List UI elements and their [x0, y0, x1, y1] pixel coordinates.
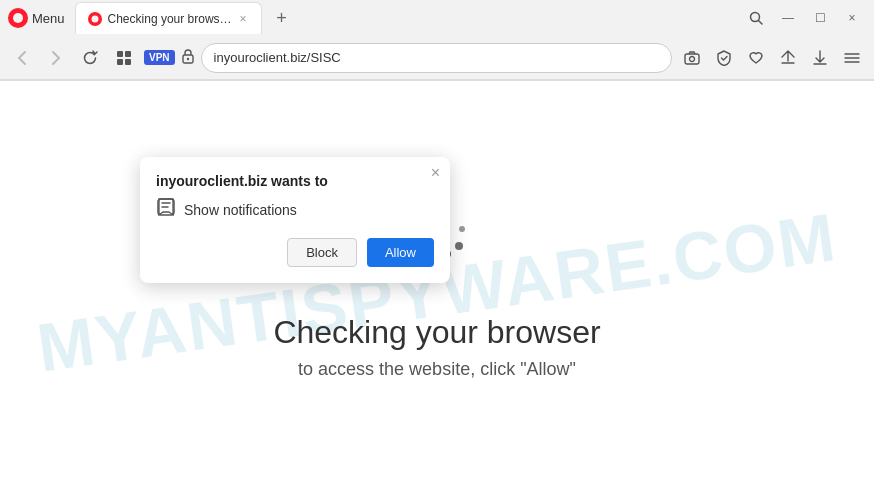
search-button[interactable] — [742, 4, 770, 32]
page-title: Checking your browser — [273, 314, 600, 351]
share-icon[interactable] — [774, 44, 802, 72]
reload-button[interactable] — [76, 44, 104, 72]
block-button[interactable]: Block — [287, 238, 357, 267]
browser-chrome: Menu Checking your brows… × + — ☐ × — [0, 0, 874, 81]
popup-close-icon[interactable]: × — [431, 165, 440, 181]
watermark: MYANTISPYWARE.COM — [0, 81, 874, 502]
popup-buttons: Block Allow — [156, 238, 434, 267]
notification-popup: × inyouroclient.biz wants to Show notifi… — [140, 157, 450, 283]
popup-header: inyouroclient.biz wants to — [156, 173, 434, 189]
address-text: inyouroclient.biz/SISC — [214, 50, 341, 65]
forward-button[interactable] — [42, 44, 70, 72]
popup-notification-row: Show notifications — [156, 197, 434, 222]
svg-rect-4 — [117, 59, 123, 65]
svg-line-1 — [759, 21, 763, 25]
nav-bar: VPN inyouroclient.biz/SISC — [0, 36, 874, 80]
svg-point-7 — [186, 58, 188, 60]
active-tab[interactable]: Checking your brows… × — [75, 2, 262, 34]
window-controls: — ☐ × — [742, 4, 866, 32]
back-button[interactable] — [8, 44, 36, 72]
tab-close-icon[interactable]: × — [238, 10, 249, 28]
page-content: MYANTISPYWARE.COM × inyouroclient.biz wa… — [0, 81, 874, 502]
download-icon[interactable] — [806, 44, 834, 72]
svg-point-9 — [690, 56, 695, 61]
vpn-badge[interactable]: VPN — [144, 50, 175, 65]
page-subtitle: to access the website, click "Allow" — [298, 359, 576, 380]
notification-label: Show notifications — [184, 202, 297, 218]
maximize-button[interactable]: ☐ — [806, 4, 834, 32]
notification-icon — [156, 197, 176, 222]
svg-rect-2 — [117, 51, 123, 57]
settings-icon[interactable] — [838, 44, 866, 72]
new-tab-button[interactable]: + — [268, 4, 296, 32]
minimize-button[interactable]: — — [774, 4, 802, 32]
shield-icon[interactable] — [710, 44, 738, 72]
allow-button[interactable]: Allow — [367, 238, 434, 267]
svg-rect-8 — [685, 54, 699, 64]
tab-title: Checking your brows… — [108, 12, 232, 26]
toolbar-icons — [678, 44, 866, 72]
menu-label[interactable]: Menu — [32, 11, 65, 26]
opera-logo-icon[interactable] — [8, 8, 28, 28]
close-button[interactable]: × — [838, 4, 866, 32]
svg-rect-5 — [125, 59, 131, 65]
heart-icon[interactable] — [742, 44, 770, 72]
address-bar[interactable]: inyouroclient.biz/SISC — [201, 43, 672, 73]
title-bar: Menu Checking your brows… × + — ☐ × — [0, 0, 874, 36]
camera-icon[interactable] — [678, 44, 706, 72]
grid-button[interactable] — [110, 44, 138, 72]
svg-rect-3 — [125, 51, 131, 57]
tab-favicon-icon — [88, 12, 102, 26]
lock-icon — [181, 48, 195, 67]
